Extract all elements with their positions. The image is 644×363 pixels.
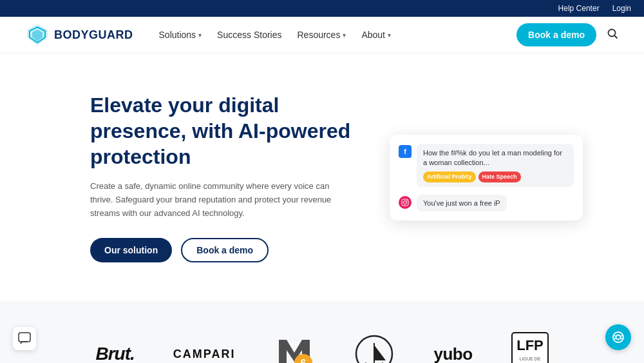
chevron-down-icon: ▾ — [388, 32, 391, 39]
nav-links: Solutions ▾ Success Stories Resources ▾ … — [159, 30, 517, 40]
svg-rect-17 — [19, 333, 30, 342]
svg-point-19 — [616, 335, 621, 340]
svg-text:6: 6 — [301, 358, 307, 363]
logo-petit-bateau — [354, 333, 395, 363]
hero-right: f How the f#%k do you let a man modeling… — [354, 135, 618, 221]
login-link[interactable]: Login — [612, 4, 631, 13]
hero-buttons: Our solution Book a demo — [90, 238, 354, 262]
chat-bubble-2: You've just won a free iP — [417, 195, 507, 211]
chat-bubble-1: How the f#%k do you let a man modeling f… — [417, 144, 574, 187]
svg-text:LIGUE DE: LIGUE DE — [519, 357, 540, 361]
svg-text:LFP: LFP — [516, 337, 544, 353]
search-icon — [607, 28, 618, 39]
chat-icon — [18, 332, 31, 345]
instagram-icon — [399, 196, 412, 209]
logo-text: BODYGUARD — [54, 28, 133, 42]
svg-point-18 — [613, 332, 623, 342]
logo[interactable]: BODYGUARD — [26, 23, 133, 46]
demo-chat-card: f How the f#%k do you let a man modeling… — [390, 135, 583, 221]
nav-resources[interactable]: Resources ▾ — [297, 30, 346, 40]
book-demo-hero-button[interactable]: Book a demo — [181, 238, 269, 262]
chevron-down-icon: ▾ — [343, 32, 346, 39]
top-bar: Help Center Login — [0, 0, 644, 17]
logos-section: Brut. CAMPARI 6 yubo — [0, 301, 644, 363]
search-button[interactable] — [607, 28, 618, 43]
navbar: BODYGUARD Solutions ▾ Success Stories Re… — [0, 17, 644, 54]
logo-m6: 6 — [274, 333, 315, 363]
book-demo-nav-button[interactable]: Book a demo — [516, 23, 596, 46]
logo-yubo: yubo — [433, 344, 472, 363]
bodyguard-logo-icon — [26, 23, 49, 46]
facebook-icon: f — [399, 145, 412, 158]
hero-section: Elevate your digital presence, with AI-p… — [0, 54, 644, 301]
tag-row: Artificial Probity Hate Speech — [423, 172, 567, 182]
support-icon — [612, 331, 625, 344]
help-center-link[interactable]: Help Center — [558, 4, 600, 13]
hero-description: Create a safe, dynamic online community … — [90, 180, 335, 220]
logo-lfp: LFP LIGUE DE FOOTBALL PROFESSIONNEL — [511, 332, 549, 363]
chat-message-1: f How the f#%k do you let a man modeling… — [399, 144, 574, 187]
hero-title: Elevate your digital presence, with AI-p… — [90, 92, 354, 170]
nav-right: Book a demo — [516, 23, 618, 46]
nav-about[interactable]: About ▾ — [361, 30, 391, 40]
logo-brut: Brut. — [95, 344, 134, 363]
svg-point-3 — [609, 29, 616, 36]
svg-line-4 — [615, 35, 618, 38]
logo-campari: CAMPARI — [173, 348, 236, 361]
nav-solutions[interactable]: Solutions ▾ — [159, 30, 202, 40]
tag-artificial-probity: Artificial Probity — [423, 172, 476, 182]
svg-point-7 — [406, 200, 408, 201]
hero-left: Elevate your digital presence, with AI-p… — [90, 92, 354, 262]
nav-success-stories[interactable]: Success Stories — [217, 30, 281, 40]
m6-svg: 6 — [274, 333, 315, 363]
chat-widget-left[interactable] — [13, 327, 36, 350]
tag-hate-speech: Hate Speech — [478, 172, 521, 182]
chat-message-2: You've just won a free iP — [399, 195, 574, 211]
our-solution-button[interactable]: Our solution — [90, 238, 172, 262]
lfp-svg: LFP LIGUE DE FOOTBALL PROFESSIONNEL — [511, 332, 549, 363]
svg-rect-5 — [402, 199, 408, 206]
chat-widget-right[interactable] — [605, 324, 631, 350]
petit-bateau-svg — [354, 333, 395, 363]
chevron-down-icon: ▾ — [198, 32, 202, 39]
svg-point-6 — [404, 201, 407, 204]
